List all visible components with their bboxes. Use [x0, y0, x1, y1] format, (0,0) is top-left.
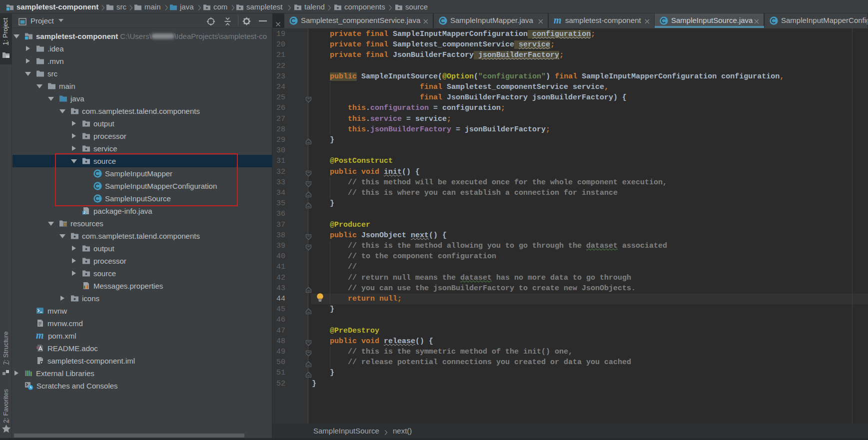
- svg-text:J: J: [83, 211, 85, 214]
